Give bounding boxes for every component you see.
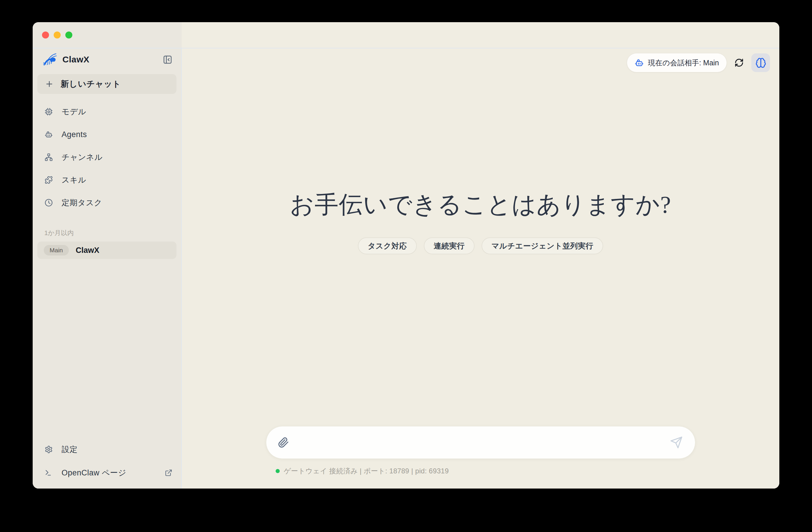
openclaw-label: OpenClaw ページ bbox=[61, 468, 126, 478]
main-badge: Main bbox=[44, 245, 69, 256]
plus-icon bbox=[45, 80, 54, 88]
refresh-icon bbox=[735, 58, 744, 67]
sidebar-item-label: モデル bbox=[61, 106, 86, 117]
composer-input[interactable] bbox=[296, 438, 663, 447]
panel-collapse-icon bbox=[163, 55, 172, 64]
suggestion-chips: タスク対応 連続実行 マルチエージェント並列実行 bbox=[182, 238, 779, 254]
header-controls: 現在の会話相手: Main bbox=[627, 53, 770, 72]
close-button[interactable] bbox=[42, 31, 49, 39]
gateway-status: ゲートウェイ 接続済み | ポート: 18789 | pid: 69319 bbox=[276, 466, 449, 476]
history-item-clawx[interactable]: Main ClawX bbox=[37, 242, 176, 259]
clock-icon bbox=[45, 199, 53, 207]
app-window: ClawX 新しいチャット bbox=[33, 22, 779, 489]
history-item-title: ClawX bbox=[76, 246, 100, 255]
gear-icon bbox=[45, 445, 53, 454]
chip-multi-agent[interactable]: マルチエージェント並列実行 bbox=[481, 238, 603, 254]
external-link-icon bbox=[165, 469, 172, 477]
network-icon bbox=[45, 153, 53, 161]
chip-task-support[interactable]: タスク対応 bbox=[358, 238, 417, 254]
lobster-logo-icon bbox=[41, 52, 58, 67]
history-section-label: 1か月以内 bbox=[33, 229, 181, 238]
settings-label: 設定 bbox=[61, 444, 77, 455]
brain-icon bbox=[755, 57, 766, 68]
refresh-button[interactable] bbox=[735, 58, 744, 67]
sidebar-collapse-button[interactable] bbox=[163, 55, 172, 64]
sidebar-item-agents[interactable]: Agents bbox=[33, 123, 181, 146]
send-icon bbox=[670, 436, 683, 449]
sidebar-footer: 設定 OpenClaw ページ bbox=[33, 438, 181, 489]
chip-continuous-run[interactable]: 連続実行 bbox=[424, 238, 475, 254]
titlebar-main-segment bbox=[182, 22, 779, 48]
chat-main-area: 現在の会話相手: Main bbox=[182, 48, 779, 489]
greeting-heading: お手伝いできることはありますか? bbox=[182, 189, 779, 221]
attach-button[interactable] bbox=[278, 437, 289, 448]
sidebar-item-skills[interactable]: スキル bbox=[33, 169, 181, 191]
sidebar: ClawX 新しいチャット bbox=[33, 48, 182, 489]
current-agent-pill[interactable]: 現在の会話相手: Main bbox=[627, 53, 727, 72]
app-title: ClawX bbox=[62, 55, 89, 64]
status-text: ゲートウェイ 接続済み | ポート: 18789 | pid: 69319 bbox=[284, 466, 449, 476]
bot-icon bbox=[635, 58, 644, 67]
send-button[interactable] bbox=[670, 436, 683, 449]
puzzle-icon bbox=[45, 176, 53, 184]
sidebar-item-models[interactable]: モデル bbox=[33, 100, 181, 123]
bot-icon bbox=[45, 130, 53, 139]
sidebar-nav: モデル Agents bbox=[33, 100, 181, 214]
status-connected-dot bbox=[276, 469, 280, 473]
sidebar-item-settings[interactable]: 設定 bbox=[33, 438, 181, 461]
cpu-icon bbox=[45, 107, 53, 116]
sidebar-item-channels[interactable]: チャンネル bbox=[33, 146, 181, 169]
new-chat-button[interactable]: 新しいチャット bbox=[37, 74, 176, 94]
history-section: 1か月以内 Main ClawX bbox=[33, 229, 181, 259]
current-agent-label: 現在の会話相手: Main bbox=[648, 58, 719, 68]
titlebar-sidebar-segment bbox=[33, 22, 182, 48]
minimize-button[interactable] bbox=[54, 31, 61, 39]
titlebar bbox=[33, 22, 779, 48]
new-chat-label: 新しいチャット bbox=[61, 78, 121, 89]
sidebar-item-label: 定期タスク bbox=[61, 198, 102, 208]
sidebar-spacer bbox=[33, 259, 181, 438]
paperclip-icon bbox=[278, 437, 289, 448]
message-composer bbox=[266, 426, 695, 459]
sidebar-item-label: チャンネル bbox=[61, 152, 103, 162]
zoom-button[interactable] bbox=[65, 31, 72, 39]
sidebar-item-label: Agents bbox=[61, 130, 87, 139]
brain-button[interactable] bbox=[751, 53, 770, 72]
sidebar-item-scheduled-tasks[interactable]: 定期タスク bbox=[33, 191, 181, 214]
sidebar-item-openclaw-page[interactable]: OpenClaw ページ bbox=[33, 461, 181, 485]
sidebar-item-label: スキル bbox=[61, 175, 86, 185]
terminal-icon bbox=[45, 469, 53, 477]
brand-row: ClawX bbox=[33, 50, 181, 69]
